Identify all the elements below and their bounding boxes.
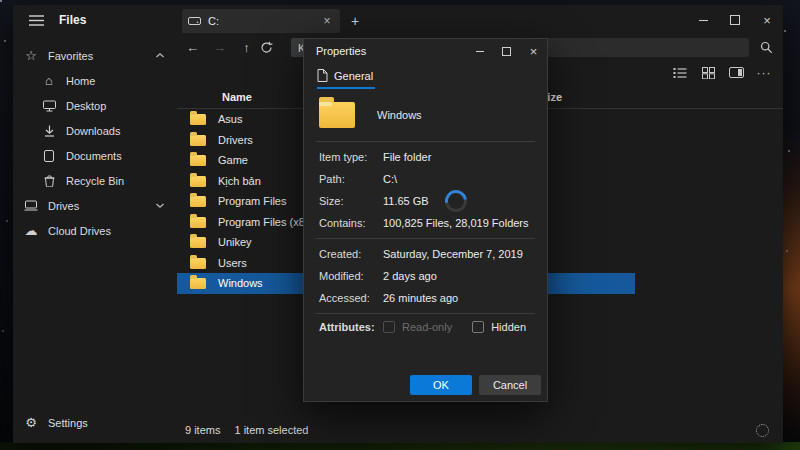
cloud-drives-label: Cloud Drives <box>48 225 111 237</box>
sidebar-item-downloads[interactable]: Downloads <box>13 118 177 143</box>
maximize-icon <box>502 47 511 56</box>
favorites-label: Favorites <box>48 50 93 62</box>
sidebar-item-label: Documents <box>66 150 122 162</box>
back-button[interactable]: ← <box>179 40 206 55</box>
dialog-close-button[interactable]: × <box>520 39 547 63</box>
tab-general[interactable]: General <box>317 66 375 89</box>
property-value: C:\ <box>383 173 539 185</box>
preview-pane-button[interactable] <box>725 67 747 78</box>
property-value: Saturday, December 7, 2019 <box>383 248 539 260</box>
minimize-button[interactable] <box>687 5 719 35</box>
file-name: Users <box>218 257 247 269</box>
file-name: Kịch bản <box>218 175 261 187</box>
sidebar: ☆ Favorites ⌂ Home Desktop Down <box>13 35 177 443</box>
close-button[interactable]: × <box>751 5 783 35</box>
gear-icon: ⚙ <box>23 416 39 429</box>
dialog-properties-section: Item type:File folder Path:C:\ Size:11.6… <box>304 142 547 238</box>
property-label: Path: <box>319 173 383 185</box>
minimize-icon <box>476 51 484 52</box>
property-row: Path:C:\ <box>304 168 547 190</box>
property-row: Modified:2 days ago <box>304 265 547 287</box>
search-button[interactable] <box>753 41 779 54</box>
chevron-up-icon[interactable] <box>155 52 165 59</box>
refresh-icon <box>260 41 287 54</box>
dialog-buttons: OK Cancel <box>410 375 541 395</box>
app-title: Files <box>59 13 86 27</box>
drives-icon <box>23 200 39 211</box>
wallpaper-grass <box>0 442 800 450</box>
home-icon: ⌂ <box>41 74 57 87</box>
sidebar-item-label: Downloads <box>66 125 120 137</box>
dialog-titlebar: Properties × <box>304 39 547 63</box>
search-icon <box>760 41 773 54</box>
property-label: Created: <box>319 248 383 260</box>
read-only-checkbox[interactable]: Read-only <box>383 321 452 333</box>
attributes-label: Attributes: <box>319 321 383 333</box>
preview-pane-icon <box>729 67 744 78</box>
folder-icon-large <box>319 102 355 128</box>
property-value: File folder <box>383 151 539 163</box>
hidden-checkbox[interactable]: Hidden <box>472 321 526 333</box>
properties-dialog: Properties × General Windows Item type:F… <box>303 38 548 402</box>
titlebar: Files C: × + × <box>13 5 783 35</box>
sidebar-section-favorites[interactable]: ☆ Favorites <box>13 43 177 68</box>
drives-label: Drives <box>48 200 79 212</box>
up-button[interactable]: ↑ <box>233 40 260 55</box>
property-value: 2 days ago <box>383 270 539 282</box>
settings-label: Settings <box>48 417 88 429</box>
checkbox-label: Hidden <box>491 321 526 333</box>
sidebar-item-label: Home <box>66 75 95 87</box>
folder-icon <box>190 278 206 289</box>
close-icon: × <box>530 45 538 58</box>
checkbox-label: Read-only <box>402 321 452 333</box>
sidebar-item-documents[interactable]: Documents <box>13 143 177 168</box>
dialog-minimize-button[interactable] <box>466 39 493 63</box>
property-label: Accessed: <box>319 292 383 304</box>
dialog-maximize-button[interactable] <box>493 39 520 63</box>
size-loading-spinner <box>445 190 467 212</box>
forward-button[interactable]: → <box>206 40 233 55</box>
divider <box>316 313 535 314</box>
property-label: Size: <box>319 195 383 207</box>
file-name: Program Files (x86) <box>218 216 315 228</box>
property-row: Size:11.65 GB <box>304 190 547 212</box>
folder-icon <box>190 217 206 228</box>
tiles-view-icon <box>702 67 715 79</box>
more-options-button[interactable]: ··· <box>753 66 775 80</box>
refresh-button[interactable] <box>260 41 287 54</box>
dialog-window-controls: × <box>466 39 547 63</box>
file-name: Drivers <box>218 134 253 146</box>
sidebar-item-label: Desktop <box>66 100 106 112</box>
sidebar-item-desktop[interactable]: Desktop <box>13 93 177 118</box>
cancel-button[interactable]: Cancel <box>479 375 541 395</box>
page-icon <box>317 69 328 82</box>
tab-close-icon[interactable]: × <box>320 14 334 28</box>
tab-c-drive[interactable]: C: × <box>182 9 340 33</box>
sidebar-item-settings[interactable]: ⚙ Settings <box>13 410 177 435</box>
chevron-down-icon[interactable] <box>155 202 165 209</box>
cloud-icon: ☁ <box>23 224 39 237</box>
star-icon: ☆ <box>23 49 39 62</box>
attributes-row: Attributes: Read-only Hidden <box>304 321 547 333</box>
dialog-item-header: Windows <box>304 89 547 141</box>
details-view-button[interactable] <box>669 67 691 79</box>
hamburger-menu-button[interactable] <box>23 15 49 26</box>
property-value: 100,825 Files, 28,019 Folders <box>383 217 539 229</box>
hamburger-icon <box>29 15 44 26</box>
new-tab-button[interactable]: + <box>344 10 366 32</box>
ok-button[interactable]: OK <box>410 375 472 395</box>
tiles-view-button[interactable] <box>697 67 719 79</box>
sidebar-item-home[interactable]: ⌂ Home <box>13 68 177 93</box>
property-row: Item type:File folder <box>304 146 547 168</box>
sidebar-section-cloud-drives[interactable]: ☁ Cloud Drives <box>13 218 177 243</box>
sidebar-section-drives[interactable]: Drives <box>13 193 177 218</box>
sidebar-item-recycle-bin[interactable]: Recycle Bin <box>13 168 177 193</box>
tab-general-label: General <box>334 70 373 82</box>
wallpaper-stars <box>0 0 2 2</box>
maximize-button[interactable] <box>719 5 751 35</box>
folder-icon <box>190 135 206 146</box>
folder-icon <box>190 196 206 207</box>
folder-icon <box>190 155 206 166</box>
status-bar: 9 items 1 item selected <box>177 417 783 443</box>
recycle-bin-icon <box>41 175 57 187</box>
